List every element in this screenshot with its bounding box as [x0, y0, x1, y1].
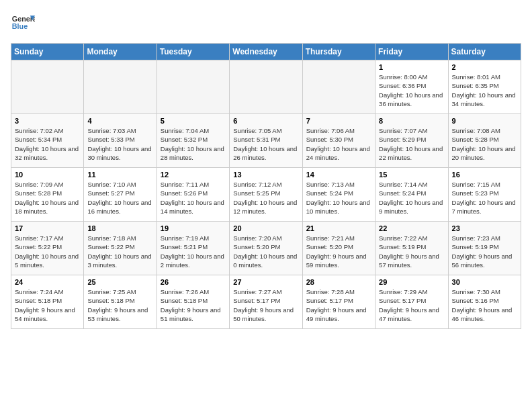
calendar-cell	[11, 60, 84, 114]
day-info: Sunrise: 7:08 AM Sunset: 5:28 PM Dayligh…	[452, 126, 517, 162]
day-number: 21	[306, 224, 371, 232]
calendar-cell: 18Sunrise: 7:18 AM Sunset: 5:22 PM Dayli…	[84, 222, 157, 275]
day-number: 23	[452, 224, 517, 232]
calendar-cell: 7Sunrise: 7:06 AM Sunset: 5:30 PM Daylig…	[302, 114, 375, 168]
day-number: 27	[233, 278, 298, 286]
calendar-cell: 9Sunrise: 7:08 AM Sunset: 5:28 PM Daylig…	[448, 114, 521, 168]
calendar-cell: 3Sunrise: 7:02 AM Sunset: 5:34 PM Daylig…	[11, 114, 84, 168]
day-number: 1	[379, 63, 444, 71]
calendar-cell: 12Sunrise: 7:11 AM Sunset: 5:26 PM Dayli…	[157, 168, 229, 222]
calendar-cell: 15Sunrise: 7:14 AM Sunset: 5:24 PM Dayli…	[375, 168, 448, 222]
day-info: Sunrise: 7:21 AM Sunset: 5:20 PM Dayligh…	[306, 234, 371, 269]
day-number: 16	[452, 171, 517, 179]
calendar-cell: 6Sunrise: 7:05 AM Sunset: 5:31 PM Daylig…	[230, 114, 302, 168]
day-number: 7	[306, 117, 371, 125]
calendar-cell: 28Sunrise: 7:28 AM Sunset: 5:17 PM Dayli…	[302, 275, 375, 329]
day-number: 13	[233, 171, 298, 179]
calendar-cell: 23Sunrise: 7:23 AM Sunset: 5:19 PM Dayli…	[448, 222, 521, 275]
calendar-cell: 10Sunrise: 7:09 AM Sunset: 5:28 PM Dayli…	[11, 168, 84, 222]
day-info: Sunrise: 7:28 AM Sunset: 5:17 PM Dayligh…	[306, 287, 371, 323]
day-number: 10	[15, 171, 80, 179]
calendar-cell: 25Sunrise: 7:25 AM Sunset: 5:18 PM Dayli…	[84, 275, 157, 329]
calendar-cell: 19Sunrise: 7:19 AM Sunset: 5:21 PM Dayli…	[157, 222, 229, 275]
calendar-cell: 16Sunrise: 7:15 AM Sunset: 5:23 PM Dayli…	[448, 168, 521, 222]
day-number: 19	[161, 224, 226, 232]
day-number: 20	[233, 224, 298, 232]
day-info: Sunrise: 7:27 AM Sunset: 5:17 PM Dayligh…	[233, 287, 298, 323]
weekday-header-tuesday: Tuesday	[157, 44, 229, 60]
weekday-header-sunday: Sunday	[11, 44, 84, 60]
calendar-cell: 17Sunrise: 7:17 AM Sunset: 5:22 PM Dayli…	[11, 222, 84, 275]
day-number: 17	[15, 224, 80, 232]
svg-text:Blue: Blue	[12, 22, 28, 30]
day-number: 18	[87, 224, 152, 232]
day-number: 14	[306, 171, 371, 179]
day-info: Sunrise: 7:05 AM Sunset: 5:31 PM Dayligh…	[233, 126, 298, 162]
day-info: Sunrise: 7:26 AM Sunset: 5:18 PM Dayligh…	[161, 287, 226, 323]
calendar-cell	[302, 60, 375, 114]
day-info: Sunrise: 7:18 AM Sunset: 5:22 PM Dayligh…	[87, 234, 152, 269]
calendar-cell: 20Sunrise: 7:20 AM Sunset: 5:20 PM Dayli…	[230, 222, 302, 275]
day-info: Sunrise: 7:13 AM Sunset: 5:24 PM Dayligh…	[306, 180, 371, 216]
day-info: Sunrise: 7:06 AM Sunset: 5:30 PM Dayligh…	[306, 126, 371, 162]
calendar-table: SundayMondayTuesdayWednesdayThursdayFrid…	[11, 43, 521, 329]
day-info: Sunrise: 7:29 AM Sunset: 5:17 PM Dayligh…	[379, 287, 444, 323]
day-number: 12	[161, 171, 226, 179]
day-number: 6	[233, 117, 298, 125]
day-number: 2	[452, 63, 517, 71]
day-info: Sunrise: 8:00 AM Sunset: 6:36 PM Dayligh…	[379, 73, 444, 108]
day-info: Sunrise: 7:23 AM Sunset: 5:19 PM Dayligh…	[452, 234, 517, 269]
day-info: Sunrise: 7:02 AM Sunset: 5:34 PM Dayligh…	[15, 126, 80, 162]
day-info: Sunrise: 8:01 AM Sunset: 6:35 PM Dayligh…	[452, 73, 517, 108]
day-info: Sunrise: 7:20 AM Sunset: 5:20 PM Dayligh…	[233, 234, 298, 269]
day-number: 29	[379, 278, 444, 286]
calendar-cell: 21Sunrise: 7:21 AM Sunset: 5:20 PM Dayli…	[302, 222, 375, 275]
logo-icon: General Blue	[11, 11, 35, 35]
logo: General Blue	[11, 11, 35, 35]
calendar-cell: 1Sunrise: 8:00 AM Sunset: 6:36 PM Daylig…	[375, 60, 448, 114]
day-number: 28	[306, 278, 371, 286]
calendar-cell	[230, 60, 302, 114]
weekday-header-friday: Friday	[375, 44, 448, 60]
calendar-cell: 14Sunrise: 7:13 AM Sunset: 5:24 PM Dayli…	[302, 168, 375, 222]
calendar-cell: 8Sunrise: 7:07 AM Sunset: 5:29 PM Daylig…	[375, 114, 448, 168]
day-info: Sunrise: 7:19 AM Sunset: 5:21 PM Dayligh…	[161, 234, 226, 269]
calendar-cell: 13Sunrise: 7:12 AM Sunset: 5:25 PM Dayli…	[230, 168, 302, 222]
day-number: 9	[452, 117, 517, 125]
calendar-cell: 29Sunrise: 7:29 AM Sunset: 5:17 PM Dayli…	[375, 275, 448, 329]
calendar-cell: 22Sunrise: 7:22 AM Sunset: 5:19 PM Dayli…	[375, 222, 448, 275]
day-number: 15	[379, 171, 444, 179]
day-info: Sunrise: 7:30 AM Sunset: 5:16 PM Dayligh…	[452, 287, 517, 323]
day-number: 4	[87, 117, 152, 125]
weekday-header-saturday: Saturday	[448, 44, 521, 60]
day-number: 25	[87, 278, 152, 286]
day-info: Sunrise: 7:11 AM Sunset: 5:26 PM Dayligh…	[161, 180, 226, 216]
day-info: Sunrise: 7:14 AM Sunset: 5:24 PM Dayligh…	[379, 180, 444, 216]
calendar-cell: 2Sunrise: 8:01 AM Sunset: 6:35 PM Daylig…	[448, 60, 521, 114]
day-number: 24	[15, 278, 80, 286]
weekday-header-thursday: Thursday	[302, 44, 375, 60]
day-info: Sunrise: 7:03 AM Sunset: 5:33 PM Dayligh…	[87, 126, 152, 162]
weekday-header-monday: Monday	[84, 44, 157, 60]
calendar-cell: 11Sunrise: 7:10 AM Sunset: 5:27 PM Dayli…	[84, 168, 157, 222]
day-info: Sunrise: 7:24 AM Sunset: 5:18 PM Dayligh…	[15, 287, 80, 323]
calendar-cell	[157, 60, 229, 114]
day-info: Sunrise: 7:07 AM Sunset: 5:29 PM Dayligh…	[379, 126, 444, 162]
day-number: 3	[15, 117, 80, 125]
day-info: Sunrise: 7:15 AM Sunset: 5:23 PM Dayligh…	[452, 180, 517, 216]
day-info: Sunrise: 7:09 AM Sunset: 5:28 PM Dayligh…	[15, 180, 80, 216]
day-number: 30	[452, 278, 517, 286]
day-info: Sunrise: 7:25 AM Sunset: 5:18 PM Dayligh…	[87, 287, 152, 323]
day-info: Sunrise: 7:17 AM Sunset: 5:22 PM Dayligh…	[15, 234, 80, 269]
calendar-cell: 4Sunrise: 7:03 AM Sunset: 5:33 PM Daylig…	[84, 114, 157, 168]
day-number: 8	[379, 117, 444, 125]
calendar-cell: 26Sunrise: 7:26 AM Sunset: 5:18 PM Dayli…	[157, 275, 229, 329]
day-info: Sunrise: 7:22 AM Sunset: 5:19 PM Dayligh…	[379, 234, 444, 269]
calendar-cell: 27Sunrise: 7:27 AM Sunset: 5:17 PM Dayli…	[230, 275, 302, 329]
calendar-cell: 30Sunrise: 7:30 AM Sunset: 5:16 PM Dayli…	[448, 275, 521, 329]
day-info: Sunrise: 7:04 AM Sunset: 5:32 PM Dayligh…	[161, 126, 226, 162]
weekday-header-wednesday: Wednesday	[230, 44, 302, 60]
day-number: 26	[161, 278, 226, 286]
day-number: 11	[87, 171, 152, 179]
calendar-cell: 24Sunrise: 7:24 AM Sunset: 5:18 PM Dayli…	[11, 275, 84, 329]
